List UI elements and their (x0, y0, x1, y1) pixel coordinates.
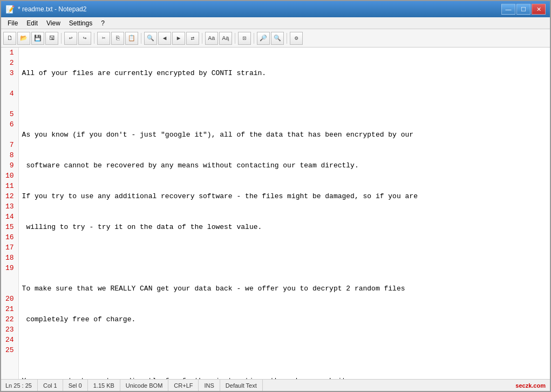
line-num-8: 8 (3, 150, 16, 160)
outdent-button[interactable]: Aą (219, 32, 232, 45)
status-lineending: CR+LF (168, 380, 199, 391)
text-line-1: All of your files are currently encrypte… (22, 68, 547, 78)
menu-settings[interactable]: Settings (65, 18, 97, 28)
sep7 (287, 33, 287, 44)
status-filesize: 1.15 KB (88, 380, 120, 391)
line-num-4: 4 (3, 89, 16, 99)
toolbar: 🗋 📂 💾 🖫 ↩ ↪ ✂ ⎘ 📋 🔍 ◀ ▶ ⇄ Aa Aą ⊡ 🔎 🔍 ⚙ (1, 29, 550, 48)
paste-button[interactable]: 📋 (125, 32, 138, 45)
line-num-1: 1 (3, 48, 16, 58)
status-encoding: Unicode BOM (120, 380, 168, 391)
cut-button[interactable]: ✂ (97, 32, 110, 45)
text-line-4b: willing to try - try it on the data of t… (22, 222, 547, 232)
line-num-19b (3, 273, 16, 283)
line-num-19c (3, 283, 16, 294)
text-line-3b: software cannot be recovered by any mean… (22, 160, 547, 171)
status-col: Col 1 (38, 380, 63, 391)
line-num-2: 2 (3, 58, 16, 68)
text-line-6b: completely free of charge. (22, 314, 547, 325)
findprev-button[interactable]: ◀ (158, 32, 171, 45)
text-line-6: To make sure that we REALLY CAN get your… (22, 283, 547, 294)
status-scheme: Default Text (220, 380, 263, 391)
new-button[interactable]: 🗋 (3, 32, 16, 45)
minimize-button[interactable]: — (501, 4, 515, 15)
line-num-19: 19 (3, 263, 16, 273)
save-button[interactable]: 💾 (31, 32, 44, 45)
line-num-15: 15 (3, 222, 16, 232)
text-line-4: If you try to use any additional recover… (22, 191, 547, 201)
copy-button[interactable]: ⎘ (111, 32, 124, 45)
line-num-22: 22 (3, 314, 16, 325)
sep6 (254, 33, 254, 44)
line-num-6: 6 (3, 119, 16, 130)
line-num-17: 17 (3, 242, 16, 253)
redo-button[interactable]: ↪ (78, 32, 91, 45)
line-num-18: 18 (3, 253, 16, 263)
editor-area[interactable]: 1 2 3 4 5 6 7 8 9 10 11 12 13 14 15 16 1… (1, 48, 550, 379)
text-line-2 (22, 99, 547, 109)
window-controls: — ☐ ✕ (501, 4, 546, 15)
line-num-5: 5 (3, 109, 16, 119)
line-num-3: 3 (3, 68, 16, 78)
open-button[interactable]: 📂 (17, 32, 30, 45)
line-num-16: 16 (3, 232, 16, 242)
status-sel: Sel 0 (63, 380, 88, 391)
status-watermark: seczk.com (515, 382, 550, 389)
line-num-23: 23 (3, 325, 16, 335)
main-window: 📝 * readme.txt - Notepad2 — ☐ ✕ File Edi… (0, 0, 551, 392)
text-line-3: As you know (if you don't - just "google… (22, 130, 547, 140)
zoomin-button[interactable]: 🔎 (257, 32, 270, 45)
title-bar: 📝 * readme.txt - Notepad2 — ☐ ✕ (1, 1, 550, 17)
sep2 (94, 33, 94, 44)
line-numbers: 1 2 3 4 5 6 7 8 9 10 11 12 13 14 15 16 1… (1, 48, 19, 379)
line-num-6b (3, 130, 16, 140)
indent-button[interactable]: Aa (205, 32, 218, 45)
line-num-13: 13 (3, 201, 16, 212)
line-num-7: 7 (3, 140, 16, 150)
sep5 (235, 33, 235, 44)
wordwrap-button[interactable]: ⊡ (238, 32, 251, 45)
menu-help[interactable]: ? (97, 18, 109, 28)
line-num-25: 25 (3, 345, 16, 355)
line-num-10: 10 (3, 171, 16, 181)
find-button[interactable]: 🔍 (144, 32, 157, 45)
menu-edit[interactable]: Edit (22, 18, 42, 28)
text-line-5 (22, 253, 547, 263)
line-num-11: 11 (3, 181, 16, 191)
text-content[interactable]: All of your files are currently encrypte… (19, 48, 550, 379)
findnext-button[interactable]: ▶ (172, 32, 185, 45)
sep4 (202, 33, 202, 44)
line-num-24: 24 (3, 335, 16, 345)
window-title: * readme.txt - Notepad2 (18, 5, 86, 13)
status-bar: Ln 25 : 25 Col 1 Sel 0 1.15 KB Unicode B… (1, 379, 550, 391)
close-button[interactable]: ✕ (532, 4, 546, 15)
line-num-12: 12 (3, 191, 16, 201)
line-num-3b (3, 78, 16, 89)
undo-button[interactable]: ↩ (64, 32, 77, 45)
menu-view[interactable]: View (42, 18, 65, 28)
replace-button[interactable]: ⇄ (186, 32, 199, 45)
menu-bar: File Edit View Settings ? (1, 17, 550, 29)
line-num-4b (3, 99, 16, 109)
sep3 (141, 33, 141, 44)
status-mode: INS (199, 380, 220, 391)
sep1 (61, 33, 62, 44)
line-num-20: 20 (3, 294, 16, 304)
text-line-7 (22, 345, 547, 355)
line-num-9: 9 (3, 160, 16, 171)
line-num-14: 14 (3, 212, 16, 222)
line-num-21: 21 (3, 304, 16, 314)
maximize-button[interactable]: ☐ (516, 4, 530, 15)
settings-button[interactable]: ⚙ (290, 32, 303, 45)
zoomout-button[interactable]: 🔍 (271, 32, 284, 45)
status-position: Ln 25 : 25 (1, 380, 38, 391)
menu-file[interactable]: File (3, 18, 22, 28)
saveas-button[interactable]: 🖫 (45, 32, 58, 45)
